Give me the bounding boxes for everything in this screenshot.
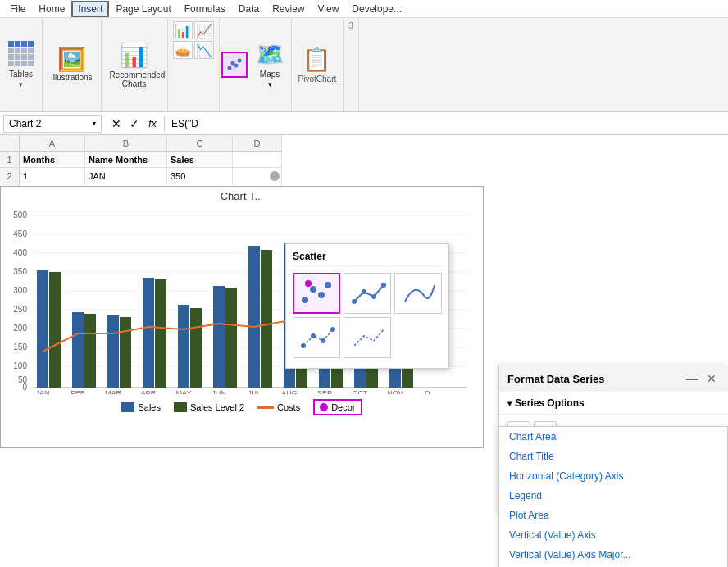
scatter-btn-2[interactable] (344, 273, 391, 314)
menu-data[interactable]: Data (232, 2, 266, 16)
ribbon-illustrations[interactable]: 🖼️ Illustrations (43, 18, 102, 111)
svg-text:JUN: JUN (212, 389, 226, 394)
svg-point-64 (371, 294, 376, 299)
ribbon-tables[interactable]: Tables ▾ (0, 18, 43, 111)
svg-text:AUG: AUG (281, 389, 298, 394)
cell-c2[interactable]: 350 (167, 168, 233, 184)
dropdown-chart-area[interactable]: Chart Area (499, 427, 727, 447)
legend-line-costs (257, 406, 274, 409)
line-chart-btn[interactable]: 📉 (194, 41, 214, 59)
format-panel-minimize[interactable]: — (684, 370, 700, 387)
scatter-icon-1 (297, 277, 336, 310)
svg-text:200: 200 (13, 324, 27, 333)
tables-dropdown[interactable]: ▾ (19, 80, 23, 88)
table-row: 1 Months Name Months Sales (0, 152, 728, 168)
pivotchart-icon: 📋 (303, 46, 331, 73)
svg-point-59 (318, 292, 325, 298)
dropdown-vert-axis[interactable]: Vertical (Value) Axis (499, 525, 727, 545)
name-box-arrow[interactable]: ▾ (93, 120, 96, 127)
cell-b2[interactable]: JAN (85, 168, 167, 184)
cell-a2[interactable]: 1 (20, 168, 85, 184)
ribbon-pivotchart[interactable]: 📋 PivotChart (292, 18, 344, 111)
svg-rect-29 (143, 278, 154, 388)
scatter-icon-5 (348, 321, 387, 354)
col-header-d[interactable]: D (233, 135, 282, 152)
menu-file[interactable]: File (3, 2, 32, 16)
chart-legend: Sales Sales Level 2 Costs Decor (1, 396, 483, 419)
dropdown-legend[interactable]: Legend (499, 486, 727, 506)
svg-text:0: 0 (22, 383, 27, 392)
scatter-btn-1[interactable] (293, 273, 340, 314)
dropdown-chart-title[interactable]: Chart Title (499, 447, 727, 466)
menu-pagelayout[interactable]: Page Layout (109, 2, 177, 16)
legend-swatch-sales2 (174, 402, 187, 412)
tables-label: Tables (9, 70, 33, 79)
menu-insert[interactable]: Insert (71, 1, 109, 17)
svg-point-3 (237, 59, 241, 63)
svg-point-65 (381, 283, 386, 288)
cell-d2[interactable] (233, 168, 282, 184)
svg-point-62 (352, 299, 357, 304)
format-panel-controls: — ✕ (684, 370, 720, 387)
scatter-active-btn[interactable] (221, 52, 248, 78)
svg-text:OCT: OCT (353, 389, 369, 394)
ribbon-3d[interactable]: 3 (344, 18, 359, 111)
formula-bar-buttons: ✕ ✓ fx (105, 116, 165, 132)
fx-btn[interactable]: fx (144, 116, 161, 132)
legend-costs: Costs (257, 399, 300, 415)
series-options-header[interactable]: ▾ Series Options (499, 392, 728, 415)
ribbon-chart-types: 📊 📈 🥧 📉 (168, 18, 220, 111)
legend-sales-label: Sales (138, 402, 161, 412)
svg-rect-32 (190, 308, 202, 388)
bar-sales-jan (37, 270, 48, 388)
confirm-btn[interactable]: ✓ (126, 116, 143, 132)
legend-sales: Sales (121, 399, 161, 415)
legend-decor-label: Decor (331, 402, 355, 412)
cell-c1[interactable]: Sales (167, 152, 233, 168)
legend-decor: Decor (313, 399, 362, 415)
pie-chart-btn[interactable]: 🥧 (173, 41, 193, 59)
menu-formulas[interactable]: Formulas (178, 2, 232, 16)
cell-handle[interactable] (270, 171, 280, 181)
dropdown-plot-area[interactable]: Plot Area (499, 506, 727, 525)
scatter-row-1 (293, 273, 442, 314)
column-chart-btn[interactable]: 📊 (173, 21, 193, 39)
formula-bar: Chart 2 ▾ ✕ ✓ fx (0, 112, 728, 135)
ribbon-3-label: 3 (348, 21, 353, 30)
svg-text:JAN: JAN (35, 389, 49, 394)
menu-home[interactable]: Home (32, 2, 71, 16)
cancel-btn[interactable]: ✕ (108, 116, 125, 132)
scatter-btn-5[interactable] (344, 317, 391, 358)
cell-a1[interactable]: Months (20, 152, 85, 168)
svg-text:MAR: MAR (105, 389, 122, 394)
ribbon-recommended-charts[interactable]: 📊 Recommended Charts (102, 18, 168, 111)
name-box-value: Chart 2 (9, 118, 41, 129)
menu-developer[interactable]: Develope... (345, 2, 408, 16)
scatter-btn-3[interactable] (394, 273, 442, 314)
name-box[interactable]: Chart 2 ▾ (3, 115, 102, 133)
formula-input[interactable] (165, 118, 728, 129)
scatter-icon-2 (348, 277, 387, 310)
col-header-c[interactable]: C (167, 135, 233, 152)
svg-rect-26 (84, 314, 96, 388)
col-header-a[interactable]: A (20, 135, 85, 152)
col-header-b[interactable]: B (85, 135, 167, 152)
format-panel-close[interactable]: ✕ (703, 370, 720, 387)
illustrations-label: Illustrations (51, 73, 93, 82)
scatter-dropdown-title: Scatter (293, 251, 442, 266)
dropdown-horiz-axis[interactable]: Horizontal (Category) Axis (499, 466, 727, 486)
menu-view[interactable]: View (312, 2, 346, 16)
tables-icon (8, 41, 34, 66)
dropdown-vert-axis-major[interactable]: Vertical (Value) Axis Major... (499, 545, 727, 565)
col-headers: A B C D (0, 135, 728, 152)
menu-review[interactable]: Review (266, 2, 311, 16)
menu-bar: File Home Insert Page Layout Formulas Da… (0, 0, 728, 18)
ribbon-maps[interactable]: 🗺️ Maps ▾ (249, 18, 292, 111)
bar-chart-btn[interactable]: 📈 (194, 21, 214, 39)
svg-text:APR: APR (141, 389, 157, 394)
svg-point-60 (305, 280, 312, 287)
legend-sales2-label: Sales Level 2 (190, 402, 244, 412)
cell-d1[interactable] (233, 152, 282, 168)
scatter-btn-4[interactable] (293, 317, 340, 358)
cell-b1[interactable]: Name Months (85, 152, 167, 168)
